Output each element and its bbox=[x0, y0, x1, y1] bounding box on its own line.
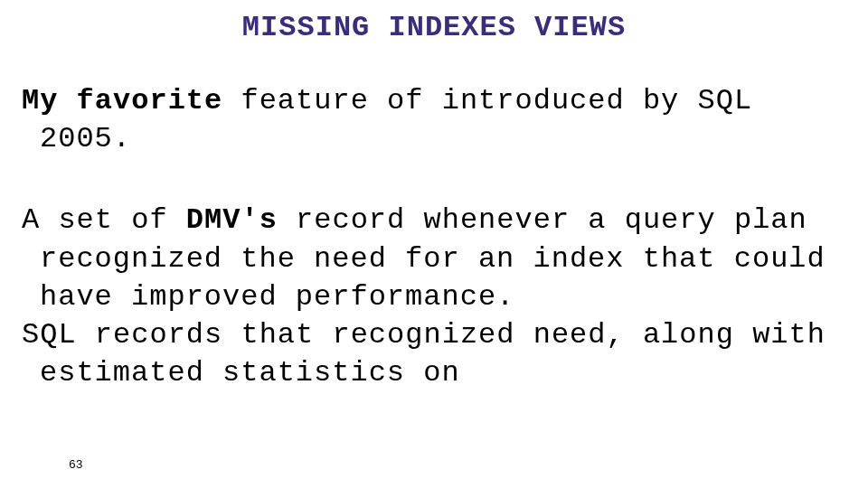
intro-paragraph: My favorite feature of introduced by SQL… bbox=[22, 82, 846, 158]
slide-title: MISSING INDEXES VIEWS bbox=[22, 11, 846, 44]
slide: MISSING INDEXES VIEWS My favorite featur… bbox=[0, 0, 868, 488]
body1-pre: A set of bbox=[22, 203, 186, 237]
dmv-term: DMV's bbox=[186, 203, 278, 237]
body-paragraph-2: SQL records that recognized need, along … bbox=[22, 316, 846, 392]
page-number: 63 bbox=[69, 458, 83, 472]
body-paragraph-1: A set of DMV's record whenever a query p… bbox=[22, 202, 846, 316]
intro-highlight: My favorite bbox=[22, 84, 222, 117]
